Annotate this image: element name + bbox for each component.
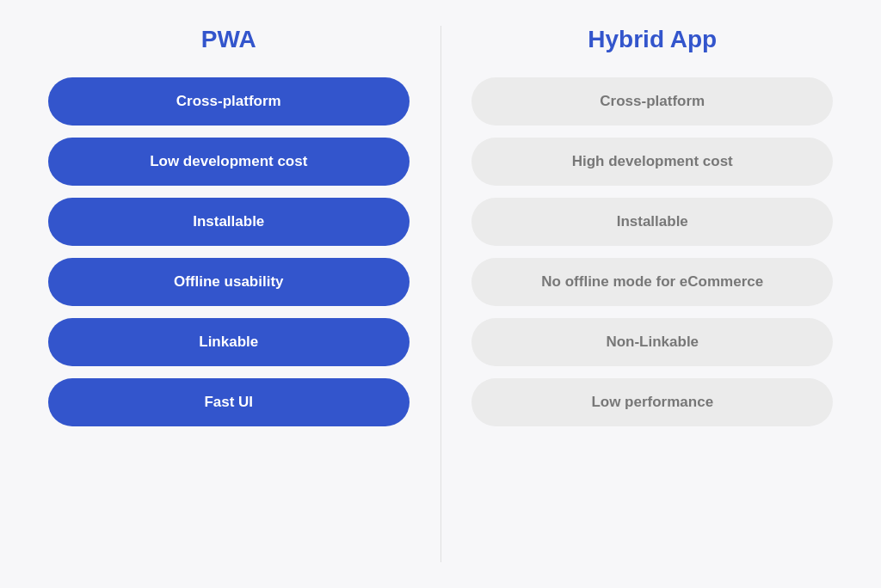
pwa-item: Low development cost xyxy=(48,138,410,186)
hybrid-item: Non-Linkable xyxy=(471,318,833,366)
hybrid-item: Installable xyxy=(471,198,833,246)
hybrid-item: High development cost xyxy=(471,138,833,186)
hybrid-items-list: Cross-platformHigh development costInsta… xyxy=(459,77,847,426)
hybrid-item: Cross-platform xyxy=(471,77,833,126)
hybrid-column: Hybrid App Cross-platformHigh developmen… xyxy=(459,26,847,562)
hybrid-title: Hybrid App xyxy=(588,26,717,53)
pwa-item: Cross-platform xyxy=(48,77,410,126)
pwa-items-list: Cross-platformLow development costInstal… xyxy=(34,77,423,426)
hybrid-item: Low performance xyxy=(471,378,833,426)
pwa-item: Offline usability xyxy=(48,258,410,306)
pwa-title: PWA xyxy=(201,26,256,53)
pwa-item: Linkable xyxy=(48,318,410,366)
pwa-column: PWA Cross-platformLow development costIn… xyxy=(34,26,423,562)
pwa-item: Fast UI xyxy=(48,378,410,426)
hybrid-item: No offline mode for eCommerce xyxy=(471,258,833,306)
comparison-container: PWA Cross-platformLow development costIn… xyxy=(0,0,881,588)
column-divider xyxy=(440,26,441,562)
pwa-item: Installable xyxy=(48,198,410,246)
